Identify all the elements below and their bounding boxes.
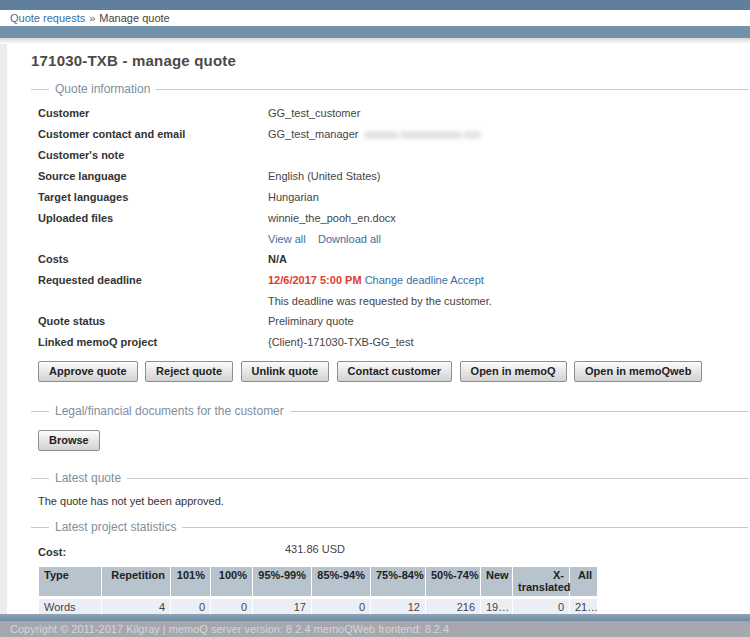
browse-button[interactable]: Browse: [38, 430, 100, 451]
section-latest-statistics: Latest project statistics: [31, 520, 748, 534]
table-row-words: Words 4 0 0 17 0 12 216 19… 0 21…: [39, 599, 597, 614]
manage-quote-page: Quote requests » Manage quote 171030-TXB…: [0, 0, 750, 637]
contact-customer-button[interactable]: Contact customer: [337, 361, 453, 382]
section-latest-quote: Latest quote: [31, 471, 748, 485]
requested-deadline-value: 12/6/2017 5:00 PM: [268, 274, 362, 286]
field-target-languages-label: Target languages: [38, 191, 268, 204]
field-target-languages-value: Hungarian: [268, 191, 319, 204]
field-customer-note: Customer's note: [38, 149, 750, 162]
section-latest-statistics-label: Latest project statistics: [49, 520, 182, 534]
quote-action-buttons: Approve quote Reject quote Unlink quote …: [38, 361, 750, 382]
field-costs: Costs N/A: [38, 253, 750, 266]
field-contact-label: Customer contact and email: [38, 128, 268, 141]
field-requested-deadline: Requested deadline 12/6/2017 5:00 PM Cha…: [38, 274, 750, 287]
field-source-language: Source language English (United States): [38, 170, 750, 183]
statistics-table: Type Repetition 101% 100% 95%-99% 85%-94…: [38, 566, 598, 614]
quote-info-fields: Customer GG_test_customer Customer conta…: [38, 107, 750, 349]
main-content: 171030-TXB - manage quote Quote informat…: [0, 44, 750, 614]
cost-label: Cost:: [38, 543, 285, 558]
breadcrumb-separator: »: [89, 12, 95, 24]
field-contact: Customer contact and email GG_test_manag…: [38, 128, 750, 141]
col-100: 100%: [211, 567, 252, 598]
download-all-link[interactable]: Download all: [318, 233, 381, 245]
breadcrumb: Quote requests » Manage quote: [0, 10, 750, 26]
open-in-memoqweb-button[interactable]: Open in memoQweb: [574, 361, 702, 382]
section-legal-docs: Legal/financial documents for the custom…: [31, 404, 748, 418]
second-accent-bar: [0, 26, 750, 38]
cost-value: 431.86 USD: [285, 543, 345, 558]
col-repetition: Repetition: [102, 567, 170, 598]
col-95-99: 95%-99%: [253, 567, 311, 598]
field-linked-project-label: Linked memoQ project: [38, 336, 268, 349]
page-title: 171030-TXB - manage quote: [31, 52, 750, 69]
field-uploaded-files-label: Uploaded files: [38, 212, 268, 225]
col-101: 101%: [171, 567, 210, 598]
field-quote-status-value: Preliminary quote: [268, 315, 354, 328]
footer: Copyright © 2011-2017 Kilgray | memoQ se…: [0, 614, 750, 637]
latest-quote-message: The quote has not yet been approved.: [38, 495, 750, 507]
footer-accent-bar: [0, 614, 750, 621]
field-uploaded-files-value: winnie_the_pooh_en.docx: [268, 212, 396, 225]
field-source-language-value: English (United States): [268, 170, 381, 183]
col-all: All: [570, 567, 597, 598]
section-legal-docs-label: Legal/financial documents for the custom…: [49, 404, 290, 418]
customer-email-redacted: xxxxxx.xxxxxxxxxxx.xxx: [365, 128, 481, 141]
col-x-translated: X-translated: [513, 567, 569, 598]
footer-copyright: Copyright © 2011-2017 Kilgray | memoQ se…: [10, 623, 449, 635]
col-new: New: [481, 567, 512, 598]
col-75-84: 75%-84%: [371, 567, 425, 598]
field-customer-note-label: Customer's note: [38, 149, 268, 162]
field-linked-project-value: {Client}-171030-TXB-GG_test: [268, 336, 414, 349]
section-quote-information: Quote information: [31, 82, 748, 96]
section-latest-quote-label: Latest quote: [49, 471, 127, 485]
accept-deadline-link[interactable]: Accept: [450, 274, 484, 286]
field-requested-deadline-label: Requested deadline: [38, 274, 268, 287]
change-deadline-link[interactable]: Change deadline: [365, 274, 448, 286]
field-source-language-label: Source language: [38, 170, 268, 183]
view-all-link[interactable]: View all: [268, 233, 306, 245]
field-linked-project: Linked memoQ project {Client}-171030-TXB…: [38, 336, 750, 349]
field-customer-label: Customer: [38, 107, 268, 120]
field-costs-label: Costs: [38, 253, 268, 266]
field-costs-value: N/A: [268, 253, 287, 266]
approve-quote-button[interactable]: Approve quote: [38, 361, 138, 382]
field-quote-status: Quote status Preliminary quote: [38, 315, 750, 328]
field-uploaded-files: Uploaded files winnie_the_pooh_en.docx: [38, 212, 750, 225]
top-accent-bar: [0, 0, 750, 10]
reject-quote-button[interactable]: Reject quote: [145, 361, 233, 382]
col-type: Type: [39, 567, 101, 598]
statistics-header-row: Type Repetition 101% 100% 95%-99% 85%-94…: [39, 567, 597, 598]
field-customer-value: GG_test_customer: [268, 107, 360, 120]
unlink-quote-button[interactable]: Unlink quote: [241, 361, 330, 382]
statistics-cost: Cost: 431.86 USD: [38, 543, 750, 558]
col-50-74: 50%-74%: [426, 567, 480, 598]
uploaded-files-links: View all Download all: [268, 233, 750, 245]
field-contact-value: GG_test_manager: [268, 128, 359, 141]
section-quote-information-label: Quote information: [49, 82, 156, 96]
breadcrumb-current: Manage quote: [99, 12, 169, 24]
deadline-note: This deadline was requested by the custo…: [268, 295, 750, 307]
breadcrumb-link-quote-requests[interactable]: Quote requests: [10, 12, 85, 24]
field-target-languages: Target languages Hungarian: [38, 191, 750, 204]
open-in-memoq-button[interactable]: Open in memoQ: [460, 361, 567, 382]
field-customer: Customer GG_test_customer: [38, 107, 750, 120]
field-quote-status-label: Quote status: [38, 315, 268, 328]
col-85-94: 85%-94%: [312, 567, 370, 598]
